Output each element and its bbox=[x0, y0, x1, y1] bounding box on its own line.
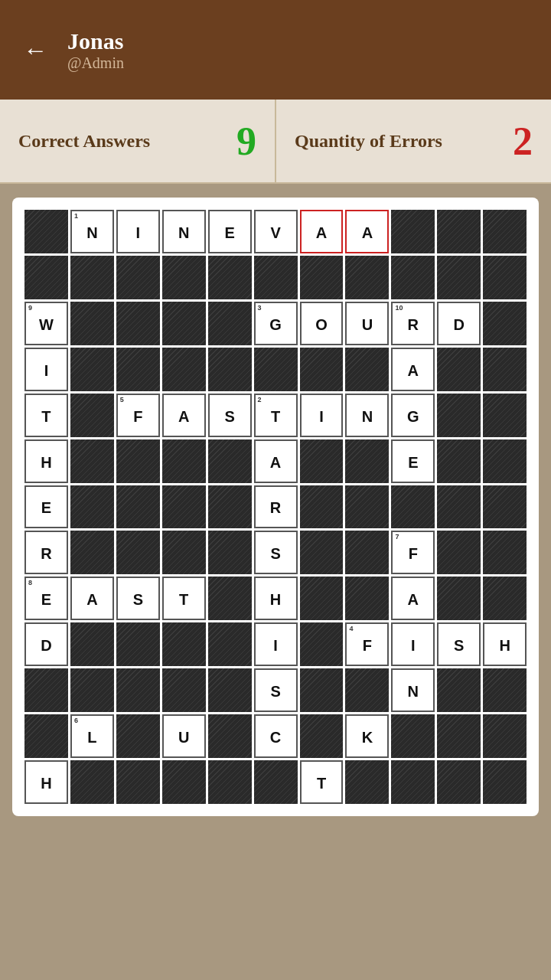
grid-cell bbox=[437, 577, 481, 620]
grid-cell[interactable]: E bbox=[391, 439, 435, 483]
grid-cell[interactable]: 4F bbox=[345, 622, 389, 666]
grid-cell bbox=[208, 485, 252, 529]
grid-cell[interactable]: A bbox=[391, 348, 435, 391]
grid-cell[interactable]: 5F bbox=[116, 394, 160, 437]
grid-cell[interactable]: S bbox=[116, 577, 160, 620]
grid-cell bbox=[345, 256, 389, 299]
cell-letter: V bbox=[270, 224, 280, 242]
grid-cell bbox=[437, 714, 481, 758]
grid-cell[interactable]: A bbox=[391, 577, 435, 620]
grid-cell bbox=[300, 348, 344, 391]
grid-cell bbox=[254, 760, 298, 804]
cell-number: 6 bbox=[74, 717, 78, 724]
grid-cell[interactable]: H bbox=[24, 439, 68, 483]
grid-cell bbox=[345, 531, 389, 574]
grid-cell bbox=[437, 760, 481, 804]
grid-cell bbox=[162, 256, 206, 299]
cell-letter: F bbox=[133, 408, 142, 426]
grid-cell[interactable]: E bbox=[24, 485, 68, 529]
cell-letter: G bbox=[269, 316, 282, 334]
grid-cell[interactable]: 9W bbox=[24, 302, 68, 345]
grid-cell[interactable]: O bbox=[300, 302, 344, 345]
grid-cell[interactable]: 10R bbox=[391, 302, 435, 345]
grid-cell[interactable]: A bbox=[162, 394, 206, 437]
grid-cell bbox=[70, 485, 114, 529]
grid-cell bbox=[391, 485, 435, 529]
grid-cell bbox=[162, 531, 206, 574]
grid-cell[interactable]: 8E bbox=[24, 577, 68, 620]
grid-cell[interactable]: D bbox=[24, 622, 68, 666]
grid-cell[interactable]: I bbox=[391, 622, 435, 666]
grid-cell[interactable]: 1N bbox=[70, 210, 114, 253]
grid-cell[interactable]: S bbox=[254, 531, 298, 574]
grid-cell[interactable]: I bbox=[24, 348, 68, 391]
grid-cell bbox=[208, 668, 252, 712]
grid-cell[interactable]: 6L bbox=[70, 714, 114, 758]
grid-cell bbox=[300, 485, 344, 529]
grid-cell bbox=[345, 668, 389, 712]
grid-cell bbox=[24, 668, 68, 712]
grid-cell bbox=[483, 439, 527, 483]
grid-cell[interactable]: G bbox=[391, 394, 435, 437]
grid-cell[interactable]: U bbox=[345, 302, 389, 345]
cell-letter: I bbox=[273, 637, 278, 655]
grid-cell bbox=[300, 256, 344, 299]
back-button[interactable]: ← bbox=[18, 33, 52, 67]
cell-letter: H bbox=[41, 454, 51, 472]
cell-number: 9 bbox=[28, 305, 32, 312]
grid-cell[interactable]: A bbox=[300, 210, 344, 253]
grid-cell bbox=[345, 439, 389, 483]
grid-cell bbox=[208, 256, 252, 299]
cell-letter: R bbox=[408, 316, 419, 334]
grid-cell[interactable]: A bbox=[254, 439, 298, 483]
grid-cell[interactable]: N bbox=[345, 394, 389, 437]
grid-cell bbox=[391, 256, 435, 299]
grid-cell bbox=[162, 302, 206, 345]
grid-cell[interactable]: 7F bbox=[391, 531, 435, 574]
grid-cell[interactable]: H bbox=[483, 622, 527, 666]
user-info: Jonas @Admin bbox=[67, 28, 124, 72]
grid-cell[interactable]: T bbox=[300, 760, 344, 804]
grid-cell[interactable]: H bbox=[254, 577, 298, 620]
grid-cell bbox=[116, 714, 160, 758]
grid-cell[interactable]: S bbox=[437, 622, 481, 666]
grid-cell[interactable]: 2T bbox=[254, 394, 298, 437]
grid-cell[interactable]: A bbox=[70, 577, 114, 620]
grid-cell bbox=[116, 531, 160, 574]
grid-cell bbox=[437, 531, 481, 574]
grid-cell[interactable]: I bbox=[254, 622, 298, 666]
grid-cell[interactable]: E bbox=[208, 210, 252, 253]
grid-cell bbox=[437, 394, 481, 437]
grid-cell[interactable]: N bbox=[162, 210, 206, 253]
grid-cell[interactable]: D bbox=[437, 302, 481, 345]
cell-letter: S bbox=[270, 683, 280, 701]
grid-cell[interactable]: C bbox=[254, 714, 298, 758]
grid-cell[interactable]: V bbox=[254, 210, 298, 253]
cell-letter: D bbox=[454, 316, 465, 334]
grid-cell[interactable]: 3G bbox=[254, 302, 298, 345]
grid-cell[interactable]: T bbox=[162, 577, 206, 620]
cell-letter: A bbox=[362, 224, 373, 242]
cell-letter: I bbox=[411, 637, 416, 655]
cell-letter: T bbox=[41, 408, 51, 426]
grid-cell[interactable]: A bbox=[345, 210, 389, 253]
grid-cell[interactable]: N bbox=[391, 668, 435, 712]
cell-letter: E bbox=[41, 499, 51, 517]
grid-cell[interactable]: U bbox=[162, 714, 206, 758]
grid-cell[interactable]: S bbox=[208, 394, 252, 437]
grid-cell[interactable]: I bbox=[300, 394, 344, 437]
cell-number: 4 bbox=[349, 626, 353, 632]
grid-cell[interactable]: I bbox=[116, 210, 160, 253]
grid-cell[interactable]: T bbox=[24, 394, 68, 437]
grid-cell[interactable]: R bbox=[24, 531, 68, 574]
grid-cell[interactable]: S bbox=[254, 668, 298, 712]
grid-cell[interactable]: H bbox=[24, 760, 68, 804]
cell-letter: A bbox=[316, 224, 327, 242]
grid-cell bbox=[162, 668, 206, 712]
user-handle: @Admin bbox=[67, 54, 124, 72]
grid-cell[interactable]: K bbox=[345, 714, 389, 758]
cell-letter: E bbox=[408, 454, 418, 472]
cell-letter: D bbox=[41, 637, 51, 655]
grid-cell bbox=[483, 302, 527, 345]
grid-cell[interactable]: R bbox=[254, 485, 298, 529]
